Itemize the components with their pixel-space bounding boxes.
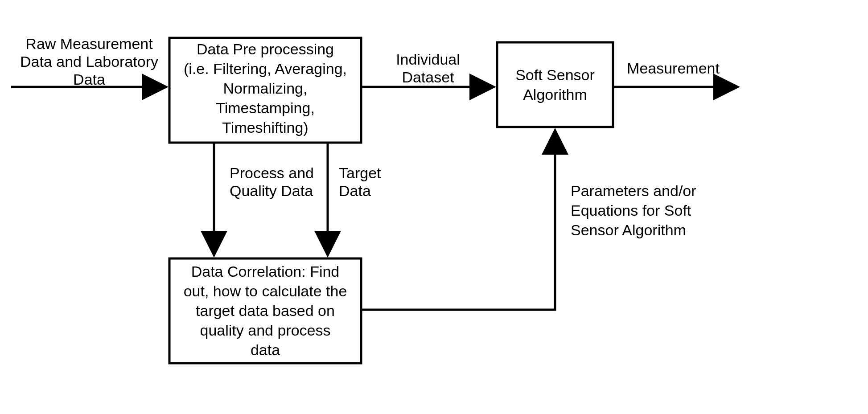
flow-diagram: Data Pre processing (i.e. Filtering, Ave… <box>0 0 868 414</box>
box-correlation-l2: out, how to calculate the <box>184 283 347 299</box>
input-label-l3: Data <box>73 71 105 88</box>
box-correlation-l4: quality and process <box>200 322 331 339</box>
box-correlation-l1: Data Correlation: Find <box>191 263 340 280</box>
params-label-l3: Sensor Algorithm <box>571 221 686 238</box>
box-soft-sensor <box>497 42 613 127</box>
mid-label-l1: Individual <box>396 51 460 68</box>
box-preprocessing-l2: (i.e. Filtering, Averaging, <box>184 60 347 77</box>
input-label-l2: Data and Laboratory <box>20 53 158 70</box>
box-soft-sensor-l2: Algorithm <box>523 86 587 103</box>
box-correlation-l3: target data based on <box>196 302 335 319</box>
mid-label-l2: Dataset <box>402 69 454 86</box>
params-label-l1: Parameters and/or <box>571 182 696 199</box>
params-label-l2: Equations for Soft <box>571 202 691 219</box>
target-label-l1: Target <box>339 164 381 181</box>
pq-label-l1: Process and <box>230 164 314 181</box>
box-preprocessing-l5: Timeshifting) <box>222 119 308 136</box>
box-preprocessing-l4: Timestamping, <box>216 99 315 116</box>
output-label: Measurement <box>627 60 720 77</box>
pq-label-l2: Quality Data <box>230 182 313 199</box>
box-preprocessing-l1: Data Pre processing <box>197 41 334 57</box>
target-label-l2: Data <box>339 182 371 199</box>
arrow-correlation-to-sensor <box>361 132 555 310</box>
input-label-l1: Raw Measurement <box>25 35 153 52</box>
box-soft-sensor-l1: Soft Sensor <box>515 66 595 83</box>
box-correlation-l5: data <box>251 341 280 358</box>
box-preprocessing-l3: Normalizing, <box>223 80 308 97</box>
